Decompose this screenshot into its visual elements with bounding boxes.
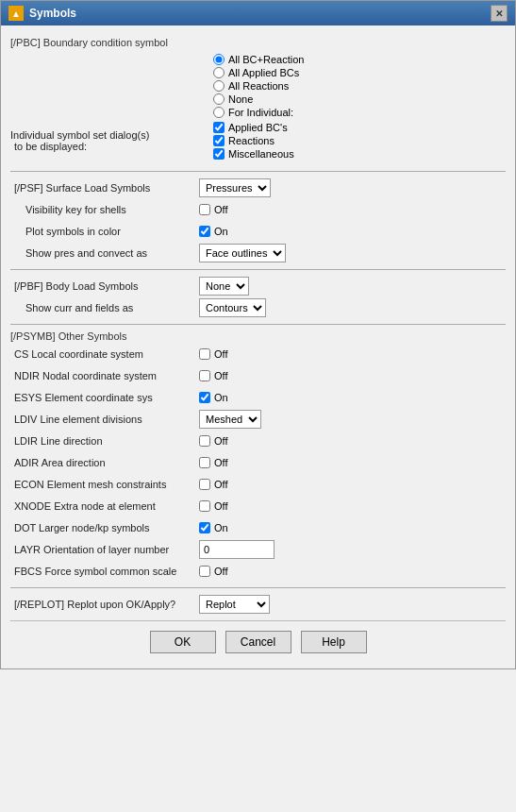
plot-color-checkbox[interactable] (199, 226, 210, 237)
radio-label-all-applied-bcs: All Applied BCs (228, 67, 299, 78)
adir-checkbox[interactable] (199, 457, 210, 468)
esys-checkbox[interactable] (199, 392, 210, 403)
to-be-displayed-label: to be displayed: (10, 141, 190, 152)
pbf-label: [/PBF] Body Load Symbols (10, 280, 199, 292)
cb-label-miscellaneous: Miscellaneous (228, 148, 294, 160)
psymb-row-cs: CS Local coordinate system Off (10, 344, 506, 364)
layr-label: LAYR Orientation of layer number (10, 544, 199, 555)
psymb-row-layr: LAYR Orientation of layer number (10, 539, 506, 560)
cs-text: Off (214, 348, 227, 360)
replot-label: [/REPLOT] Replot upon OK/Apply? (10, 599, 199, 610)
radio-all-reactions[interactable]: All Reactions (213, 80, 506, 92)
dot-label: DOT Larger node/kp symbols (10, 522, 199, 533)
psymb-row-fbcs: FBCS Force symbol common scale Off (10, 561, 506, 582)
ndir-label: NDIR Nodal coordinate system (10, 370, 199, 381)
radio-all-applied-bcs[interactable]: All Applied BCs (213, 67, 506, 78)
ndir-text: Off (214, 370, 227, 381)
cs-label: CS Local coordinate system (10, 348, 199, 360)
esys-text: On (214, 392, 228, 403)
close-button[interactable]: ✕ (491, 5, 508, 22)
show-pres-label: Show pres and convect as (10, 247, 199, 259)
visibility-label: Visibility key for shells (10, 204, 199, 215)
fbcs-checkbox[interactable] (199, 566, 210, 577)
econ-text: Off (214, 479, 227, 490)
ldiv-dropdown[interactable]: Meshed None All (199, 410, 261, 429)
replot-section: [/REPLOT] Replot upon OK/Apply? Replot N… (10, 594, 506, 615)
adir-text: Off (214, 457, 227, 468)
econ-checkbox[interactable] (199, 479, 210, 490)
individual-label: Individual symbol set dialog(s) (10, 129, 190, 141)
button-bar: OK Cancel Help (10, 620, 506, 661)
psymb-row-xnode: XNODE Extra node at element Off (10, 496, 506, 516)
plot-color-checkbox-row[interactable]: On (199, 226, 228, 237)
replot-dropdown[interactable]: Replot No Replot (199, 595, 270, 614)
econ-label: ECON Element mesh constraints (10, 479, 199, 490)
show-curr-label: Show curr and fields as (10, 302, 199, 313)
ndir-checkbox[interactable] (199, 370, 210, 381)
help-button[interactable]: Help (301, 631, 367, 653)
show-curr-dropdown[interactable]: Contours Arrows (199, 298, 266, 317)
esys-label: ESYS Element coordinate sys (10, 392, 199, 403)
cb-miscellaneous[interactable]: Miscellaneous (213, 148, 506, 160)
plot-color-text: On (214, 226, 228, 237)
visibility-checkbox[interactable] (199, 204, 210, 215)
xnode-checkbox[interactable] (199, 500, 210, 512)
visibility-checkbox-row[interactable]: Off (199, 204, 227, 215)
ldiv-label: LDIV Line element divisions (10, 414, 199, 425)
psymb-label: [/PSYMB] Other Symbols (10, 330, 506, 342)
show-pres-dropdown[interactable]: Face outlines Arrows Contours (199, 244, 286, 262)
ldir-label: LDIR Line direction (10, 435, 199, 447)
dot-text: On (214, 522, 228, 533)
ok-button[interactable]: OK (150, 631, 216, 653)
radio-for-individual[interactable]: For Individual: (213, 107, 506, 118)
cs-checkbox[interactable] (199, 348, 210, 360)
individual-checkboxes: Applied BC's Reactions Miscellaneous (213, 120, 506, 161)
psymb-row-ldir: LDIR Line direction Off (10, 431, 506, 451)
radio-label-all-reactions: All Reactions (228, 80, 289, 92)
app-icon: ▲ (8, 6, 24, 21)
pbc-radio-group: All BC+Reaction All Applied BCs All Reac… (213, 50, 506, 165)
pbc-section: [/PBC] Boundary condition symbol Individ… (10, 37, 506, 165)
plot-color-label: Plot symbols in color (10, 226, 199, 237)
ldir-text: Off (214, 435, 227, 447)
adir-label: ADIR Area direction (10, 457, 199, 468)
cancel-button[interactable]: Cancel (225, 631, 291, 653)
xnode-label: XNODE Extra node at element (10, 500, 199, 512)
radio-label-for-individual: For Individual: (228, 107, 293, 118)
psymb-row-dot: DOT Larger node/kp symbols On (10, 517, 506, 538)
radio-none[interactable]: None (213, 93, 506, 105)
ldir-checkbox[interactable] (199, 435, 210, 447)
cb-applied-bcs[interactable]: Applied BC's (213, 122, 506, 133)
cb-label-applied-bcs: Applied BC's (228, 122, 288, 133)
cb-reactions[interactable]: Reactions (213, 135, 506, 146)
radio-all-bc-reaction[interactable]: All BC+Reaction (213, 54, 506, 65)
cb-label-reactions: Reactions (228, 135, 275, 146)
psymb-row-adir: ADIR Area direction Off (10, 452, 506, 473)
dot-checkbox[interactable] (199, 522, 210, 533)
psymb-row-econ: ECON Element mesh constraints Off (10, 474, 506, 495)
psymb-row-ndir: NDIR Nodal coordinate system Off (10, 365, 506, 386)
psymb-row-ldiv: LDIV Line element divisions Meshed None … (10, 409, 506, 430)
layr-input[interactable] (199, 540, 275, 559)
psymb-row-esys: ESYS Element coordinate sys On (10, 387, 506, 408)
radio-label-all-bc-reaction: All BC+Reaction (228, 54, 304, 65)
fbcs-text: Off (214, 566, 227, 577)
visibility-text: Off (214, 204, 227, 215)
psf-dropdown[interactable]: Pressures None All (199, 178, 271, 197)
pbf-dropdown[interactable]: None All (199, 277, 249, 296)
fbcs-label: FBCS Force symbol common scale (10, 566, 199, 577)
symbols-dialog: ▲ Symbols ✕ [/PBC] Boundary condition sy… (0, 0, 516, 669)
radio-label-none: None (228, 93, 253, 105)
pbf-section: [/PBF] Body Load Symbols None All Show c… (10, 276, 506, 318)
pbc-label: [/PBC] Boundary condition symbol (10, 37, 506, 48)
title-bar: ▲ Symbols ✕ (1, 1, 515, 25)
psf-section: [/PSF] Surface Load Symbols Pressures No… (10, 178, 506, 263)
xnode-text: Off (214, 500, 227, 512)
dialog-title: Symbols (29, 7, 76, 20)
psymb-section: [/PSYMB] Other Symbols CS Local coordina… (10, 330, 506, 582)
psf-label: [/PSF] Surface Load Symbols (10, 182, 199, 194)
